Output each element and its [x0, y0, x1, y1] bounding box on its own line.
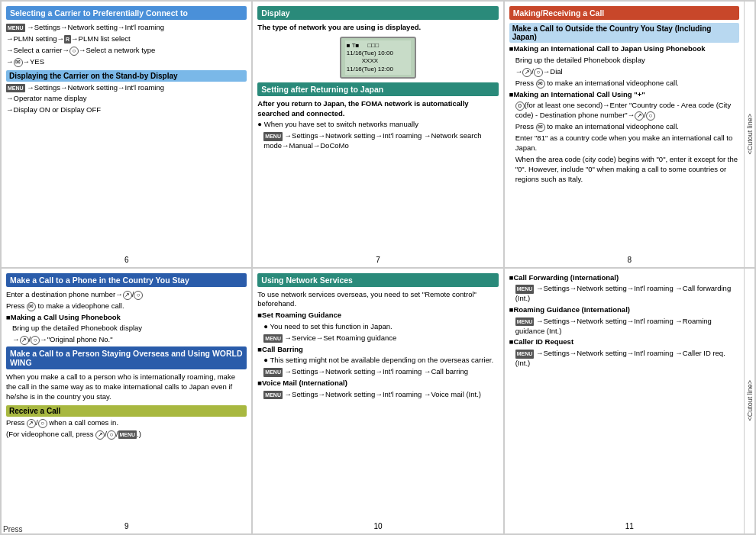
display-line4: 11/16(Tue) 12:00: [347, 66, 409, 73]
panel1-number: 6: [124, 256, 129, 264]
btn-vid1: ✉: [536, 79, 545, 89]
btn-phone1: ↗: [522, 68, 531, 77]
panel6-item2-header: ■Roaming Guidance (International): [509, 305, 739, 315]
panel3-item1-line2: →↗/○→Dial: [515, 67, 739, 77]
panel4-receive-line1: Press ↗/○ when a call comes in.: [6, 418, 247, 428]
panel4-phonebook-line1: Bring up the detailed Phonebook display: [12, 324, 247, 334]
panel-5: Using Network Services To use network se…: [252, 268, 503, 535]
panel2-intro: The type of network you are using is dis…: [257, 23, 498, 33]
panel1-sub-line2: →Operator name display: [6, 94, 247, 104]
panel1-title: Selecting a Carrier to Preferentially Co…: [6, 6, 247, 20]
panel5-item2-header: ■Call Barring: [257, 345, 498, 355]
btn-circle1: ○: [534, 68, 543, 77]
panel1-sub-line3: →Display ON or Display OFF: [6, 105, 247, 115]
panel-4: Make a Call to a Phone in the Country Yo…: [1, 268, 252, 535]
panel2-sub-intro: After you return to Japan, the FOMA netw…: [257, 99, 498, 119]
page-container: Selecting a Carrier to Preferentially Co…: [0, 0, 756, 535]
btn-icon1: ○: [69, 47, 79, 56]
panel5-item2-steps: MENU →Settings→Network setting→Int'l roa…: [263, 367, 498, 377]
panel5-item1-steps: MENU →Service→Set Roaming guidance: [263, 334, 498, 343]
menu-icon5: MENU: [118, 430, 137, 439]
menu-icon4: MENU: [263, 132, 283, 140]
panel3-item2-line1: 0(for at least one second)→Enter "Countr…: [515, 101, 739, 121]
panel3-item1-header: ■Making an International Call to Japan U…: [509, 44, 739, 54]
panel3-item2-line2: Press ✉ to make an international videoph…: [515, 122, 739, 132]
panel3-sub-title: Make a Call to Outside the Country You S…: [509, 23, 739, 43]
btn-circle5: ○: [38, 419, 47, 428]
panel3-item1-line3: Press ✉ to make an international videoph…: [515, 79, 739, 89]
panel3-item2-line3: Enter "81" as a country code when you ma…: [515, 134, 739, 153]
display-line2: 11/16(Tue) 10:00: [347, 50, 409, 57]
footer-press: Press: [0, 524, 26, 535]
panel4-title: Make a Call to a Phone in the Country Yo…: [6, 273, 247, 287]
panel4-overseas-intro: When you make a call to a person who is …: [6, 372, 247, 401]
panel4-receive-header: Receive a Call: [6, 405, 247, 417]
cutout-line2: <Cutout line>: [744, 269, 754, 534]
panel3-number: 8: [628, 256, 632, 264]
panel4-number: 9: [124, 522, 129, 530]
panel6-item1-steps: MENU →Settings→Network setting→Int'l roa…: [515, 284, 739, 304]
panel4-line2: Press ✉ to make a videophone call.: [6, 301, 247, 311]
panel1-line4: →✉→YES: [6, 57, 247, 67]
menu-icon8: MENU: [263, 391, 283, 399]
btn-circle4: ○: [31, 336, 40, 345]
menu-icon6: MENU: [263, 334, 283, 343]
menu-icon3: MENU: [6, 84, 25, 92]
phone-display: ■ T■ □□□ 11/16(Tue) 10:00 XXXX 11/16(Tue…: [340, 37, 416, 79]
panel3-item1-line1: Bring up the detailed Phonebook display: [515, 56, 739, 66]
panel1-sub-title: Displaying the Carrier on the Stand-by D…: [6, 70, 247, 82]
panel2-sub-title: Setting after Returning to Japan: [257, 82, 498, 96]
panel1-sub-line1: MENU →Settings→Network setting→Int'l roa…: [6, 83, 247, 93]
panel2-bullet1: ● When you have set to switch networks m…: [257, 120, 498, 130]
menu-icon9: MENU: [515, 285, 535, 293]
btn-phone4: ↗: [20, 336, 29, 345]
panel1-line1: MENU →Settings→Network setting→Int'l roa…: [6, 23, 247, 33]
panel2-number: 7: [376, 256, 380, 264]
panel-6: ■Call Forwarding (International) MENU →S…: [504, 268, 755, 535]
panel2-title: Display: [257, 6, 498, 20]
btn-vid3: ✉: [27, 302, 36, 311]
btn-phone2: ↗: [635, 111, 644, 121]
menu-icon: MENU: [6, 24, 25, 32]
panel3-item2-header: ■Making an International Call Using "+": [509, 90, 739, 100]
panel6-item2-steps: MENU →Settings→Network setting→Int'l roa…: [515, 317, 739, 337]
btn-vid2: ✉: [536, 123, 545, 132]
panel2-bullet1-steps: MENU →Settings→Network setting→Int'l roa…: [263, 131, 498, 151]
panel-2: Display The type of network you are usin…: [252, 1, 503, 268]
panel4-phonebook-header: ■Making a Call Using Phonebook: [6, 313, 247, 323]
btn-phone6: ↗: [95, 430, 105, 440]
panel-3: Making/Receiving a Call Make a Call to O…: [504, 1, 755, 268]
panel5-item3-header: ■Voice Mail (International): [257, 379, 498, 388]
menu-icon10: MENU: [515, 317, 535, 326]
panel3-item2-line4: When the area code (city code) begins wi…: [515, 155, 739, 184]
panel5-item1-bullet: ● You need to set this function in Japan…: [263, 322, 498, 332]
display-line1: ■ T■ □□□: [347, 42, 409, 50]
panel4-line1: Enter a destination phone number→↗/○: [6, 290, 247, 300]
btn-phone5: ↗: [27, 419, 36, 428]
panel5-item2-bullet: ● This setting might not be available de…: [263, 356, 498, 366]
btn-icon2: ✉: [14, 58, 23, 67]
btn-zero: 0: [515, 102, 525, 111]
panel1-line2: →PLMN setting→R→PLMN list select: [6, 34, 247, 44]
menu-icon11: MENU: [515, 350, 535, 358]
panel3-title: Making/Receiving a Call: [509, 6, 739, 20]
btn-circle3: ○: [134, 291, 143, 300]
btn-circle6: ○: [107, 430, 116, 440]
panel5-item1-header: ■Set Roaming Guidance: [257, 311, 498, 321]
display-line3: XXXX: [347, 57, 409, 65]
panel6-item3-header: ■Caller ID Request: [509, 337, 739, 347]
cutout-line: <Cutout line>: [744, 2, 754, 267]
panel4-receive-line2: (For videophone call, press ↗/○/MENU.): [6, 430, 247, 440]
menu-icon7: MENU: [263, 368, 283, 376]
btn-circle2: ○: [646, 111, 655, 121]
btn-phone3: ↗: [123, 291, 132, 300]
panel4-sub-title2: Make a Call to a Person Staying Overseas…: [6, 346, 247, 369]
panel1-line3: →Select a carrier→○→Select a network typ…: [6, 46, 247, 56]
menu-icon2: R: [64, 35, 71, 44]
panel5-intro: To use network services overseas, you ne…: [257, 290, 498, 310]
panel5-item3-steps: MENU →Settings→Network setting→Int'l roa…: [263, 390, 498, 400]
phone-display-inner: ■ T■ □□□ 11/16(Tue) 10:00 XXXX 11/16(Tue…: [345, 40, 411, 76]
cutout-text: <Cutout line>: [746, 114, 754, 155]
panel6-item1-header: ■Call Forwarding (International): [509, 273, 739, 283]
panel4-phonebook-line2: →↗/○→"Original phone No.": [12, 335, 247, 345]
